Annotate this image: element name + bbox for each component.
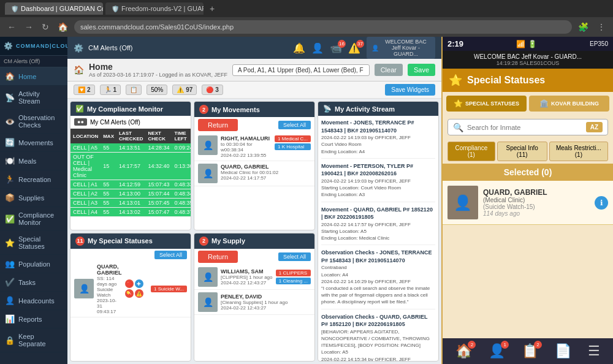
tab-special-info[interactable]: Special Info (11) [497, 142, 547, 161]
save-widgets-button[interactable]: Save Widgets [385, 84, 435, 96]
movements-return-button[interactable]: Return [198, 119, 238, 131]
welcome-sub-text: 14:19:28 SALES01COUS [449, 60, 607, 66]
sidebar-item-keep-separate[interactable]: 🔒 Keep Separate [0, 328, 67, 352]
cm-alerts-row: ●● My CM Alerts (Off) [70, 116, 191, 129]
dashboard-grid: ✅ My Compliance Monitor ●● My CM Alerts … [67, 99, 441, 364]
home-header-icon: 🏠 [74, 65, 84, 75]
compliance-row-1: CELL | A5 55 14:13:51 14:28:34 0:09:24 [70, 143, 191, 153]
star-icon: ⭐ [449, 74, 462, 87]
sidebar-item-special[interactable]: ⭐ Special Statuses [0, 231, 67, 255]
movements-header: 2 My Movements [194, 102, 314, 117]
sidebar-item-reports[interactable]: 📊 Reports [0, 310, 67, 328]
supply-avatar-2: 👤 [198, 292, 218, 312]
new-tab-button[interactable]: + [206, 1, 218, 16]
forward-button[interactable]: → [22, 21, 36, 33]
bottom-icon-user[interactable]: 👤 1 [489, 343, 505, 359]
activity-icon: 📡 [5, 93, 15, 102]
search-bar: 🔍 AZ [447, 119, 608, 135]
back-button[interactable]: ← [5, 21, 18, 33]
home-icon: 🏠 [5, 72, 15, 81]
save-button[interactable]: Save [408, 64, 435, 76]
filter-item-2[interactable]: 🏃1 [100, 85, 121, 95]
filter-item-3[interactable]: 📋 [126, 85, 142, 95]
sidebar-item-compliance[interactable]: ✅ Compliance Monitor [0, 207, 67, 231]
filter-item-5[interactable]: ⚠️97 [172, 85, 197, 95]
sidebar-item-recreation[interactable]: 🏃 Recreation [0, 170, 67, 189]
filter-item-4[interactable]: 50% [147, 85, 167, 95]
refresh-button[interactable]: ↻ [39, 21, 51, 33]
address-bar[interactable]: sales.commandcloud.com/Sales01CoUS/index… [74, 20, 572, 34]
sidebar-item-tasks[interactable]: ✔️ Tasks [0, 273, 67, 292]
population-icon: 👥 [5, 259, 15, 268]
welcome-banner: WELCOME BAC Jeff Kovar - GUARD... 14:19:… [443, 51, 613, 69]
search-inmate-input[interactable] [467, 124, 582, 131]
home-title-block: Home As of 2023-03-16 17:19:07 - Logged … [89, 62, 227, 78]
movement-avatar-2: 👤 [198, 164, 218, 183]
sidebar-item-meals[interactable]: 🍽️ Meals [0, 152, 67, 170]
inmate-info-button[interactable]: ℹ [595, 196, 608, 210]
movement-info-2: QUARD, GABRIEL Medical Clinic for 00:01:… [221, 164, 311, 181]
camera-icon-badge[interactable]: 📹 16 [330, 42, 342, 54]
supply-tags-1: 1 CLIPPERS 1 Cleaning ... [276, 270, 311, 284]
home-nav-button[interactable]: 🏠 [55, 21, 70, 33]
sidebar-item-headcounts[interactable]: 👤 Headcounts [0, 292, 67, 310]
bell-icon-badge[interactable]: 🔔 [293, 42, 305, 54]
sidebar-item-activity[interactable]: 📡 Activity Stream [0, 86, 67, 110]
reports-icon: 📊 [5, 314, 15, 324]
special-icon: ⭐ [5, 238, 15, 248]
user-icon-badge[interactable]: 👤 [311, 42, 324, 54]
sidebar-item-observations[interactable]: 👁️ Observation Checks [0, 110, 67, 134]
activity-entry-1: Movement - JONES, TERRANCE P# 1548343 | … [321, 119, 435, 159]
sidebar-item-population[interactable]: 👥 Population [0, 255, 67, 273]
supply-widget: 2 My Supply Return Select All 👤 WILLIAMS… [194, 233, 315, 362]
right-panel-bottom: 🏠 2 👤 1 📋 2 📄 ☰ [443, 338, 613, 364]
supply-info-1: WILLIAMS, SAM [CLIPPERS] 1 hour ago2024-… [221, 268, 273, 286]
bottom-icon-list[interactable]: 📋 2 [522, 343, 538, 359]
command-cloud-logo: ⚙️ [74, 44, 83, 53]
tab-kovar-building[interactable]: 🏛️ KOVAR BUILDING [529, 96, 609, 112]
activity-stream-header: 📡 My Activity Stream [318, 102, 438, 116]
compliance-icon: ✅ [5, 214, 15, 224]
activity-entry-5: Observation Checks - QUARD, GABRIEL P# 1… [321, 313, 435, 361]
meals-icon: 🍽️ [5, 156, 15, 165]
movement-info-1: RIGHT, HAMALURI to 00:30:04 for w00:38:3… [221, 135, 272, 158]
sidebar-item-home[interactable]: 🏠 Home [0, 67, 67, 86]
tab-compliance-1[interactable]: Compliance (1) [447, 142, 495, 161]
user-button[interactable]: 👤 WELCOME BAC Jeff Kovar - GUARD... [367, 37, 435, 59]
sidebar-item-movements[interactable]: 🔄 Movements [0, 134, 67, 152]
compliance-row-a2: CELL | A2 55 14:13:00 15:07:44 0:48:34 [70, 189, 191, 199]
topbar-icons: 🔔 👤 📹 16 ⚠️ 37 👤 WELCOME BAC Jeff Kovar … [293, 37, 435, 59]
sidebar-item-supplies[interactable]: 📦 Supplies [0, 189, 67, 207]
user-avatar: 👤 [371, 45, 379, 51]
compliance-row-out: OUT OF CELL | Medical Clinic 15 14:17:57… [70, 153, 191, 180]
movements-select-all-button[interactable]: Select All [278, 121, 311, 129]
recreation-icon: 🏃 [5, 175, 15, 184]
filter-item-1[interactable]: 🔽2 [74, 85, 95, 95]
cm-alerts-label: CM Alerts (Off) [88, 44, 133, 51]
warning-icon-badge[interactable]: ⚠️ 37 [348, 42, 360, 54]
special-statuses-widget: 11 My Special Statuses Select All 👤 QUAR… [70, 233, 191, 362]
observation-icon: 👁️ [5, 117, 15, 126]
breadcrumb-input[interactable] [232, 64, 370, 76]
right-panel: 2:19 📶 🔋 EP350 WELCOME BAC Jeff Kovar - … [441, 37, 613, 364]
filter-item-6[interactable]: 🔴3 [202, 85, 223, 95]
special-select-all-button[interactable]: Select All [154, 251, 187, 259]
cm-off-label-badge: ●● [74, 118, 87, 126]
compliance-tabs: Compliance (1) Special Info (11) Meals R… [443, 139, 613, 164]
tab-freedom[interactable]: 🛡️ Freedom-rounds-V2 | GUARD/A... ✕ [105, 2, 204, 15]
bottom-icon-doc[interactable]: 📄 [555, 343, 571, 359]
special-statuses-header: 11 My Special Statuses [70, 233, 191, 249]
clear-button[interactable]: Clear [375, 64, 403, 76]
tab-dashboard[interactable]: 🛡️ Dashboard | GUARDIAN Comm... ✕ [5, 2, 103, 15]
bottom-icon-home[interactable]: 🏠 2 [455, 343, 472, 359]
extensions-button[interactable]: 🧩 [576, 21, 591, 33]
tab-special-statuses[interactable]: ⭐ SPECIAL STATUSES [446, 96, 527, 112]
bottom-icon-menu[interactable]: ☰ [588, 343, 600, 359]
menu-button[interactable]: ⋮ [595, 21, 608, 33]
supply-return-button[interactable]: Return [198, 251, 238, 263]
tab-meals-restrict[interactable]: Meals Restricti... (1) [549, 142, 608, 161]
az-button[interactable]: AZ [586, 122, 603, 132]
nav-bar: ← → ↻ 🏠 sales.commandcloud.com/Sales01Co… [0, 17, 613, 37]
supply-select-all-button[interactable]: Select All [278, 252, 311, 261]
special-item-1: 👤 QUARD, GABRIEL SS: 114 days agoSuicide… [70, 261, 191, 317]
